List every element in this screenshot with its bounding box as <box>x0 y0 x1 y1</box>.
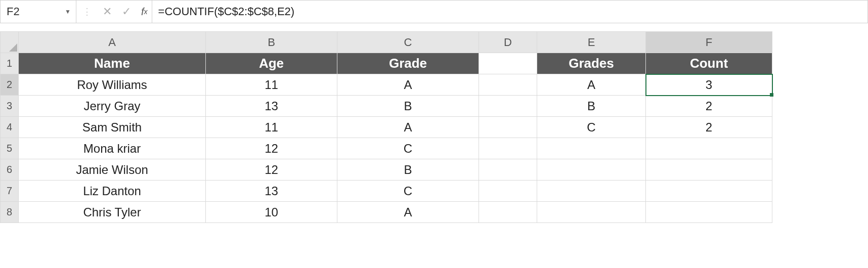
enter-icon[interactable]: ✓ <box>117 1 136 23</box>
cell-F8[interactable] <box>646 202 772 223</box>
cell-D2[interactable] <box>479 74 537 96</box>
cell-F2[interactable]: 3 <box>646 74 772 96</box>
cell-C8[interactable]: A <box>337 202 479 223</box>
cell-A6[interactable]: Jamie Wilson <box>19 159 206 181</box>
col-header-E[interactable]: E <box>537 32 646 53</box>
fx-icon[interactable]: fx <box>136 1 152 23</box>
cell-C5[interactable]: C <box>337 138 479 159</box>
cell-A8[interactable]: Chris Tyler <box>19 202 206 223</box>
cell-E5[interactable] <box>537 138 646 159</box>
cell-B4[interactable]: 11 <box>206 117 337 138</box>
cell-E1[interactable]: Grades <box>537 53 646 74</box>
cell-B7[interactable]: 13 <box>206 181 337 202</box>
col-header-B[interactable]: B <box>206 32 337 53</box>
cell-A2[interactable]: Roy Williams <box>19 74 206 96</box>
col-header-A[interactable]: A <box>19 32 206 53</box>
cell-E4[interactable]: C <box>537 117 646 138</box>
cell-C7[interactable]: C <box>337 181 479 202</box>
cell-A5[interactable]: Mona kriar <box>19 138 206 159</box>
row-header-7[interactable]: 7 <box>1 181 19 202</box>
col-header-C[interactable]: C <box>337 32 479 53</box>
cell-E7[interactable] <box>537 181 646 202</box>
cell-D7[interactable] <box>479 181 537 202</box>
cell-A4[interactable]: Sam Smith <box>19 117 206 138</box>
separator-icon: ⋮ <box>76 6 98 17</box>
cell-E3[interactable]: B <box>537 96 646 117</box>
cancel-icon[interactable]: ✕ <box>98 1 117 23</box>
row-header-6[interactable]: 6 <box>1 159 19 181</box>
cell-D8[interactable] <box>479 202 537 223</box>
cell-A7[interactable]: Liz Danton <box>19 181 206 202</box>
formula-bar: F2 ▼ ⋮ ✕ ✓ fx <box>0 0 868 23</box>
name-box-dropdown-icon[interactable]: ▼ <box>65 8 71 15</box>
cell-B5[interactable]: 12 <box>206 138 337 159</box>
cell-C1[interactable]: Grade <box>337 53 479 74</box>
cell-C3[interactable]: B <box>337 96 479 117</box>
cell-E8[interactable] <box>537 202 646 223</box>
cell-C2[interactable]: A <box>337 74 479 96</box>
cell-F7[interactable] <box>646 181 772 202</box>
row-header-1[interactable]: 1 <box>1 53 19 74</box>
name-box[interactable]: F2 ▼ <box>1 1 76 23</box>
cell-B8[interactable]: 10 <box>206 202 337 223</box>
row-header-8[interactable]: 8 <box>1 202 19 223</box>
cell-D4[interactable] <box>479 117 537 138</box>
cell-B3[interactable]: 13 <box>206 96 337 117</box>
cell-F1[interactable]: Count <box>646 53 772 74</box>
cell-C6[interactable]: B <box>337 159 479 181</box>
cell-C4[interactable]: A <box>337 117 479 138</box>
row-header-4[interactable]: 4 <box>1 117 19 138</box>
cell-F6[interactable] <box>646 159 772 181</box>
cell-B1[interactable]: Age <box>206 53 337 74</box>
col-header-D[interactable]: D <box>479 32 537 53</box>
cell-B2[interactable]: 11 <box>206 74 337 96</box>
cell-D5[interactable] <box>479 138 537 159</box>
cell-A3[interactable]: Jerry Gray <box>19 96 206 117</box>
cell-F4[interactable]: 2 <box>646 117 772 138</box>
spreadsheet-grid: A B C D E F 1 Name Age Grade Grades Coun… <box>0 31 772 223</box>
cell-B6[interactable]: 12 <box>206 159 337 181</box>
row-header-2[interactable]: 2 <box>1 74 19 96</box>
cell-F3[interactable]: 2 <box>646 96 772 117</box>
cell-F5[interactable] <box>646 138 772 159</box>
cell-D1[interactable] <box>479 53 537 74</box>
name-box-value: F2 <box>7 5 20 18</box>
formula-input[interactable] <box>152 1 867 23</box>
row-header-3[interactable]: 3 <box>1 96 19 117</box>
cell-D3[interactable] <box>479 96 537 117</box>
cell-E6[interactable] <box>537 159 646 181</box>
select-all-corner[interactable] <box>1 32 19 53</box>
cell-A1[interactable]: Name <box>19 53 206 74</box>
cell-D6[interactable] <box>479 159 537 181</box>
col-header-F[interactable]: F <box>646 32 772 53</box>
cell-E2[interactable]: A <box>537 74 646 96</box>
row-header-5[interactable]: 5 <box>1 138 19 159</box>
